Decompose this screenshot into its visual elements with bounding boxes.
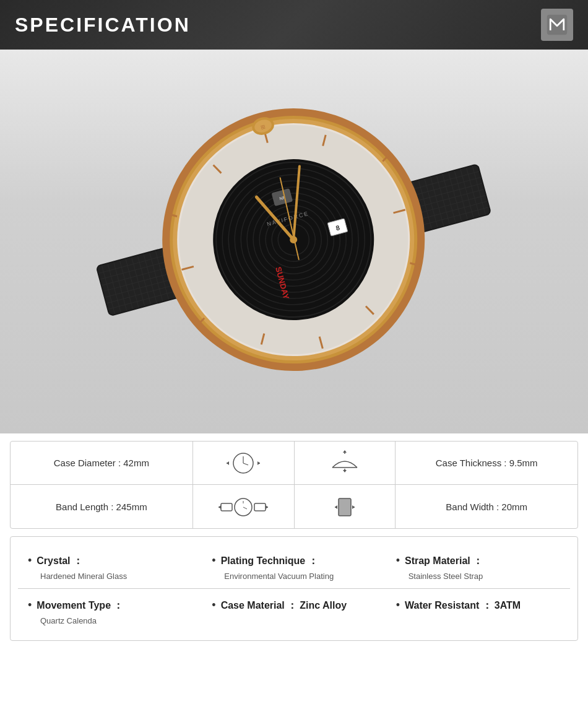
svg-rect-109 <box>254 503 266 511</box>
case-material-label: Case Material ： <box>221 599 298 612</box>
band-length-icon-cell <box>193 485 295 528</box>
plating-bullet: • <box>212 554 215 567</box>
water-resistant-value: 3ATM <box>495 600 521 611</box>
details-section: • Crystal ： Hardened Mineral Glass • Pla… <box>10 536 578 641</box>
water-resistant-bullet: • <box>396 599 400 612</box>
details-grid: • Crystal ： Hardened Mineral Glass • Pla… <box>18 547 570 630</box>
case-thickness-cell: Case Thickness : 9.5mm <box>396 441 577 484</box>
svg-marker-95 <box>227 461 229 465</box>
water-resistant-label: Water Resistant ： <box>405 599 492 612</box>
strap-label: Strap Material ： <box>405 555 483 568</box>
svg-marker-102 <box>343 450 347 453</box>
details-divider <box>18 588 570 589</box>
movement-value: Quartz Calenda <box>28 616 192 625</box>
svg-marker-97 <box>257 461 260 465</box>
band-width-icon <box>326 491 363 522</box>
case-specs-row: Case Diameter : 42mm <box>11 441 577 485</box>
page-title: SPECIFICATION <box>15 14 191 37</box>
svg-rect-105 <box>221 503 232 511</box>
band-width-cell: Band Width : 20mm <box>396 485 577 528</box>
band-length-icon <box>218 491 268 522</box>
case-thickness-icon-cell <box>295 441 396 484</box>
plating-value: Environmental Vacuum Plating <box>212 572 376 581</box>
svg-marker-118 <box>352 505 355 509</box>
specs-section: Case Diameter : 42mm <box>0 433 588 656</box>
naviforce-logo-icon <box>546 14 568 36</box>
band-width-label: Band Width : 20mm <box>446 502 527 512</box>
strap-detail: • Strap Material ： Stainless Steel Strap <box>386 547 570 586</box>
water-resistant-detail: • Water Resistant ： 3ATM <box>386 591 570 630</box>
svg-rect-114 <box>339 498 351 516</box>
movement-bullet: • <box>28 599 32 612</box>
watch-illustration: NF NAVIFORCE 8 SUNDAY ⊞ <box>77 68 511 415</box>
crystal-detail: • Crystal ： Hardened Mineral Glass <box>18 547 202 586</box>
case-thickness-icon <box>323 448 366 479</box>
case-thickness-label: Case Thickness : 9.5mm <box>436 458 538 468</box>
svg-marker-111 <box>218 505 221 509</box>
band-length-label: Band Length : 245mm <box>56 502 147 512</box>
case-material-value: Zinc Alloy <box>300 600 347 611</box>
svg-marker-116 <box>335 505 337 509</box>
plating-detail: • Plating Technique ： Environmental Vacu… <box>202 547 386 586</box>
watch-image-section: NF NAVIFORCE 8 SUNDAY ⊞ <box>0 50 588 433</box>
band-width-icon-cell <box>295 485 396 528</box>
svg-line-99 <box>243 463 248 465</box>
case-diameter-label: Case Diameter : 42mm <box>54 458 149 468</box>
case-material-bullet: • <box>212 599 215 612</box>
plating-label: Plating Technique ： <box>221 555 318 568</box>
svg-line-108 <box>243 507 247 509</box>
band-length-cell: Band Length : 245mm <box>11 485 193 528</box>
svg-marker-104 <box>343 470 347 472</box>
movement-label: Movement Type ： <box>37 599 123 612</box>
case-diameter-icon-cell <box>193 441 295 484</box>
case-diameter-icon <box>222 448 265 479</box>
strap-bullet: • <box>396 554 400 567</box>
crystal-label: Crystal ： <box>37 555 83 568</box>
band-specs-row: Band Length : 245mm <box>11 485 577 528</box>
crystal-bullet: • <box>28 554 32 567</box>
strap-value: Stainless Steel Strap <box>396 572 560 581</box>
measurements-table: Case Diameter : 42mm <box>10 441 578 529</box>
brand-logo <box>541 9 573 41</box>
crystal-value: Hardened Mineral Glass <box>28 572 192 581</box>
case-diameter-cell: Case Diameter : 42mm <box>11 441 193 484</box>
svg-marker-113 <box>266 505 268 509</box>
movement-detail: • Movement Type ： Quartz Calenda <box>18 591 202 630</box>
case-material-detail: • Case Material ： Zinc Alloy <box>202 591 386 630</box>
page-header: SPECIFICATION <box>0 0 588 50</box>
